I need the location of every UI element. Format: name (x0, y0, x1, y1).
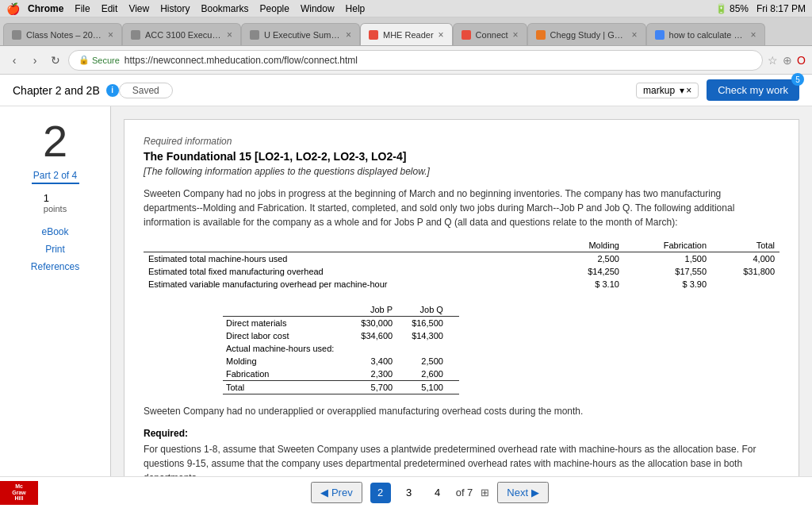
battery-icon: 🔋 85% (715, 3, 749, 14)
menu-view[interactable]: View (128, 3, 149, 14)
markup-text: markup (643, 85, 675, 96)
job-table: Job P Job Q Direct materials $30,000 $16… (223, 303, 459, 394)
bookmark-icon[interactable]: ☆ (768, 54, 778, 67)
tab-close-0[interactable]: × (108, 29, 113, 40)
address-input[interactable]: 🔒 Secure https://newconnect.mheducation.… (68, 50, 763, 71)
grid-icon[interactable]: ⊞ (481, 487, 489, 498)
check-my-work-button[interactable]: Check my work 5 (707, 79, 799, 101)
tab-close-2[interactable]: × (346, 29, 351, 40)
page-2[interactable]: 2 (370, 483, 391, 503)
problem-number: 2 (43, 119, 67, 164)
t1-h0 (144, 239, 556, 252)
tab-favicon-6 (655, 30, 665, 40)
menu-chrome[interactable]: Chrome (28, 3, 63, 14)
t2-r2-c1 (358, 342, 408, 355)
tab-close-1[interactable]: × (227, 29, 232, 40)
address-bar: ‹ › ↻ 🔒 Secure https://newconnect.mheduc… (0, 46, 812, 75)
close-search-icon[interactable]: × (686, 85, 691, 96)
tab-label-0: Class Notes – 2018 S... (26, 30, 103, 40)
table2-header-row: Job P Job Q (223, 303, 459, 317)
extensions-icon[interactable]: ⊕ (783, 54, 792, 67)
mh-logo-graw: Graw (12, 490, 26, 496)
t1-r1-c1: $14,250 (556, 265, 624, 278)
pagination-bar: Mc Graw Hill ◀ Prev 2 3 4 of 7 ⊞ Next ▶ (0, 476, 812, 508)
t2-h0 (223, 303, 358, 317)
menu-bookmarks[interactable]: Bookmarks (201, 3, 249, 14)
part-underline (32, 183, 79, 184)
menu-help[interactable]: Help (346, 3, 366, 14)
tab-close-6[interactable]: × (751, 29, 756, 40)
tab-label-3: MHE Reader (383, 30, 434, 40)
apple-menu[interactable]: 🍎 (6, 2, 20, 15)
table2-row-3: Molding 3,400 2,500 (223, 355, 459, 368)
table2-row-1: Direct labor cost $34,600 $14,300 (223, 329, 459, 342)
info-icon[interactable]: i (106, 84, 119, 97)
t1-r1-c2: $17,550 (624, 265, 711, 278)
page-4[interactable]: 4 (427, 483, 448, 503)
page-3[interactable]: 3 (399, 483, 419, 503)
tab-connect[interactable]: Connect × (453, 23, 527, 45)
menu-file[interactable]: File (75, 3, 90, 14)
t1-h2: Fabrication (624, 239, 711, 252)
points-label: points (44, 204, 67, 214)
forward-button[interactable]: › (27, 52, 43, 68)
sidebar-print-link[interactable]: Print (45, 244, 65, 255)
tab-mhe-reader[interactable]: MHE Reader × (360, 23, 453, 45)
tab-close-4[interactable]: × (513, 29, 519, 40)
tab-google[interactable]: how to calculate actu... × (646, 23, 765, 45)
t1-r2-c0: Estimated variable manufacturing overhea… (144, 278, 556, 291)
next-button[interactable]: Next ▶ (497, 482, 548, 503)
required-section: Required: For questions 1-8, assume that… (144, 428, 779, 476)
sidebar-references-link[interactable]: References (31, 261, 79, 272)
of-text: of 7 (456, 487, 473, 498)
menu-people[interactable]: People (260, 3, 289, 14)
chapter-title: Chapter 2 and 2B (13, 84, 100, 97)
points-number: 1 (44, 192, 67, 204)
sidebar: 2 Part 2 of 4 1 points eBook Print Refer… (0, 106, 111, 476)
table2-row-4: Fabrication 2,300 2,600 (223, 368, 459, 381)
address-right: ☆ ⊕ O (768, 54, 806, 67)
foundational-title: The Foundational 15 [LO2-1, LO2-2, LO2-3… (144, 150, 779, 163)
markup-search[interactable]: markup ▾ × (636, 83, 699, 98)
t1-r0-c2: 1,500 (624, 252, 711, 266)
table1-row-1: Estimated total fixed manufacturing over… (144, 265, 779, 278)
t2-r1-c2: $14,300 (408, 329, 459, 342)
required-label: Required: (144, 428, 779, 439)
page-wrapper: 🍎 Chrome File Edit View History Bookmark… (0, 0, 812, 508)
tabs-bar: Class Notes – 2018 S... × ACC 3100 Execu… (0, 17, 812, 46)
sidebar-links: eBook Print References (31, 226, 79, 272)
menu-history[interactable]: History (160, 3, 190, 14)
table2-row-0: Direct materials $30,000 $16,500 (223, 317, 459, 330)
menu-window[interactable]: Window (301, 3, 335, 14)
back-button[interactable]: ‹ (6, 52, 22, 68)
t2-r4-c2: 2,600 (408, 368, 459, 381)
prev-button[interactable]: ◀ Prev (311, 482, 362, 503)
opera-icon[interactable]: O (797, 54, 806, 67)
tab-chegg[interactable]: Chegg Study | Guided ... × (527, 23, 646, 45)
saved-badge: Saved (119, 83, 173, 98)
t2-r1-c0: Direct labor cost (223, 329, 358, 342)
tab-label-5: Chegg Study | Guided ... (550, 30, 627, 40)
italic-subtitle: [The following information applies to th… (144, 166, 779, 177)
tab-close-3[interactable]: × (439, 29, 444, 40)
points-info: 1 points (44, 192, 67, 214)
table1-row-0: Estimated total machine-hours used 2,500… (144, 252, 779, 266)
t2-r0-c2: $16,500 (408, 317, 459, 330)
reload-button[interactable]: ↻ (48, 52, 63, 68)
no-underapplied-text: Sweeten Company had no underapplied or o… (144, 404, 779, 418)
tab-class-notes[interactable]: Class Notes – 2018 S... × (3, 23, 122, 45)
sidebar-ebook-link[interactable]: eBook (41, 226, 68, 237)
content-scroll[interactable]: Required information The Foundational 15… (111, 106, 812, 476)
menu-edit[interactable]: Edit (102, 3, 118, 14)
tab-label-2: U Executive Summary (264, 30, 341, 40)
content-wrapper: 2 Part 2 of 4 1 points eBook Print Refer… (0, 106, 812, 476)
tab-close-5[interactable]: × (632, 29, 638, 40)
search-icon[interactable]: ▾ (680, 85, 684, 96)
tab-executive[interactable]: U Executive Summary × (241, 23, 360, 45)
tab-acc[interactable]: ACC 3100 Executive S... × (122, 23, 241, 45)
t2-total-c0: Total (223, 381, 358, 394)
mh-logo: Mc Graw Hill (0, 481, 38, 505)
t2-r4-c1: 2,300 (358, 368, 408, 381)
tab-favicon-1 (131, 30, 140, 40)
url-text: https://newconnect.mheducation.com/flow/… (124, 55, 358, 66)
